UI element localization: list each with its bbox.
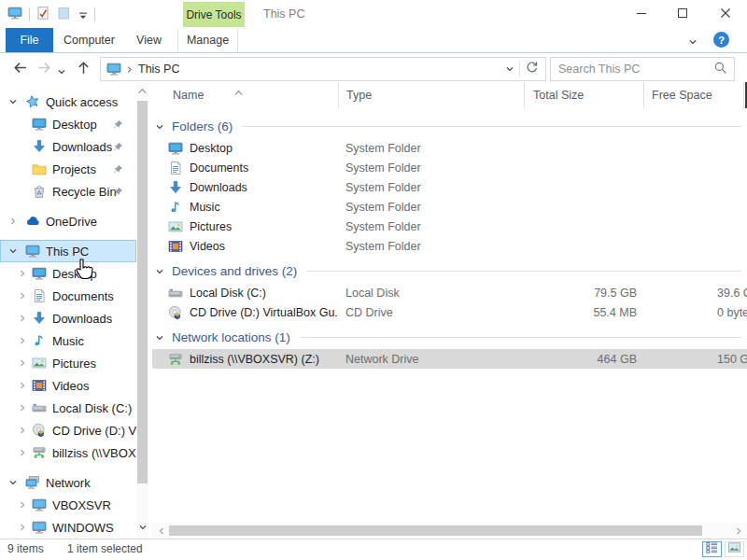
selection-count: 1 item selected	[67, 539, 143, 559]
chevron-right-icon[interactable]	[17, 307, 28, 329]
file-row-videos[interactable]: VideosSystem Folder	[152, 236, 747, 256]
search-input[interactable]: Search This PC	[550, 57, 735, 81]
chevron-right-icon[interactable]	[17, 419, 28, 441]
column-header-name[interactable]: Name	[152, 82, 338, 108]
chevron-right-icon[interactable]	[17, 352, 28, 374]
file-row-desktop[interactable]: DesktopSystem Folder	[152, 138, 747, 158]
desktop-icon	[168, 141, 183, 156]
chevron-right-icon[interactable]	[17, 516, 28, 539]
chevron-down-icon[interactable]	[7, 471, 19, 494]
chevron-right-icon[interactable]	[17, 329, 28, 352]
sidebar-item-pictures[interactable]: Pictures	[0, 352, 136, 374]
scroll-down-icon[interactable]	[136, 521, 148, 533]
group-header-devices-and-drives-2[interactable]: Devices and drives (2)	[152, 259, 747, 283]
group-header-network-locations-1[interactable]: Network locations (1)	[152, 325, 747, 349]
chevron-right-icon[interactable]	[17, 374, 28, 397]
tab-manage[interactable]: Manage	[177, 28, 238, 52]
chevron-down-icon[interactable]	[155, 266, 165, 276]
back-icon[interactable]	[11, 59, 29, 80]
file-type: System Folder	[338, 240, 524, 253]
file-row-music[interactable]: MusicSystem Folder	[152, 197, 747, 217]
file-type: System Folder	[338, 161, 524, 175]
qat-dropdown-icon[interactable]	[78, 8, 89, 25]
ribbon-expand-icon[interactable]	[688, 34, 698, 50]
sidebar-item-desktop[interactable]: Desktop	[0, 113, 136, 135]
sidebar-item-label: VBOXSVR	[52, 498, 111, 512]
file-row-downloads[interactable]: DownloadsSystem Folder	[152, 177, 747, 197]
close-button[interactable]	[704, 0, 746, 28]
music-icon	[32, 333, 47, 348]
chevron-right-icon[interactable]	[17, 494, 28, 516]
file-row-billziss-vboxsvr-z[interactable]: billziss (\\VBOXSVR) (Z:)Network Drive46…	[152, 349, 747, 369]
sidebar-item-billziss-vboxs[interactable]: billziss (\\VBOXS	[0, 441, 136, 464]
tab-computer[interactable]: Computer	[58, 28, 120, 52]
sidebar-scrollbar[interactable]	[136, 82, 148, 539]
chevron-down-icon[interactable]	[7, 240, 19, 262]
sidebar-item-label: Pictures	[52, 357, 96, 371]
scroll-left-icon[interactable]	[155, 525, 167, 537]
chevron-right-icon[interactable]	[17, 262, 28, 285]
sidebar-item-vboxsvr[interactable]: VBOXSVR	[0, 494, 136, 516]
sidebar-item-windows[interactable]: WINDOWS	[0, 516, 136, 539]
chevron-right-icon[interactable]	[17, 285, 28, 307]
chevron-down-icon[interactable]	[155, 332, 165, 343]
tab-file[interactable]: File	[6, 28, 53, 52]
column-header-total-size[interactable]: Total Size	[524, 82, 643, 108]
recent-locations-icon[interactable]	[57, 63, 66, 80]
file-row-cd-drive-d-virtualbox-gu[interactable]: CD Drive (D:) VirtualBox Gu...CD Drive55…	[152, 302, 747, 322]
column-header-type[interactable]: Type	[338, 82, 524, 108]
search-icon[interactable]	[713, 61, 727, 78]
chevron-down-icon[interactable]	[155, 121, 165, 132]
chevron-right-icon[interactable]	[17, 441, 28, 464]
file-explorer-window: Drive Tools This PC File Computer View M…	[0, 0, 747, 560]
window-title: This PC	[263, 0, 304, 28]
details-view-button[interactable]	[702, 541, 722, 557]
sidebar-item-network[interactable]: Network	[0, 471, 136, 494]
maximize-button[interactable]	[661, 0, 703, 28]
breadcrumb[interactable]: This PC	[138, 63, 179, 76]
tab-view[interactable]: View	[125, 28, 173, 52]
chevron-right-icon[interactable]	[17, 397, 28, 419]
scroll-up-icon[interactable]	[136, 84, 148, 96]
forward-icon[interactable]	[35, 59, 53, 80]
minimize-button[interactable]	[620, 0, 662, 28]
column-header-free-space[interactable]: Free Space	[643, 82, 744, 108]
up-icon[interactable]	[75, 59, 92, 80]
sidebar-item-downloads[interactable]: Downloads	[0, 135, 136, 158]
new-folder-icon[interactable]	[56, 6, 71, 24]
sidebar-item-desktop[interactable]: Desktop	[0, 262, 136, 285]
sidebar-item-local-disk-c[interactable]: Local Disk (C:)	[0, 397, 136, 419]
sidebar-item-cd-drive-d-vir[interactable]: CD Drive (D:) Vir	[0, 419, 136, 441]
sidebar-item-videos[interactable]: Videos	[0, 374, 136, 397]
file-row-pictures[interactable]: PicturesSystem Folder	[152, 217, 747, 236]
file-row-local-disk-c[interactable]: Local Disk (C:)Local Disk79.5 GB39.6 GB	[152, 283, 747, 302]
sidebar-item-this-pc[interactable]: This PC	[0, 240, 136, 262]
help-icon[interactable]: ?	[713, 32, 729, 48]
chevron-right-icon[interactable]	[7, 210, 19, 232]
sidebar-item-onedrive[interactable]: OneDrive	[0, 210, 136, 232]
sidebar-item-recycle-bin[interactable]: Recycle Bin	[0, 180, 136, 203]
chevron-down-icon[interactable]	[7, 91, 19, 113]
pin-icon	[113, 186, 123, 200]
properties-check-icon[interactable]	[35, 6, 50, 24]
pin-icon	[113, 163, 123, 177]
ribbon-tab-row: File Computer View Manage ?	[0, 28, 747, 53]
scrollbar-thumb[interactable]	[169, 525, 702, 536]
file-row-documents[interactable]: DocumentsSystem Folder	[152, 158, 747, 177]
file-name: Documents	[190, 161, 248, 175]
sidebar-item-music[interactable]: Music	[0, 329, 136, 352]
address-bar[interactable]: This PC	[100, 57, 546, 81]
horizontal-scrollbar[interactable]	[152, 523, 747, 539]
refresh-icon[interactable]	[525, 61, 539, 78]
scroll-right-icon[interactable]	[732, 525, 744, 537]
sidebar-item-downloads[interactable]: Downloads	[0, 307, 136, 329]
scrollbar-thumb[interactable]	[137, 101, 148, 483]
details-view-icon	[705, 540, 719, 558]
address-dropdown-icon[interactable]	[505, 61, 514, 77]
group-header-folders-6[interactable]: Folders (6)	[152, 114, 747, 138]
sidebar-item-documents[interactable]: Documents	[0, 285, 136, 307]
thumbnails-view-button[interactable]	[725, 541, 744, 557]
sidebar-item-projects[interactable]: Projects	[0, 158, 136, 180]
sidebar-item-quick-access[interactable]: Quick access	[0, 91, 136, 113]
contextual-tab-drive-tools[interactable]: Drive Tools	[183, 2, 245, 27]
